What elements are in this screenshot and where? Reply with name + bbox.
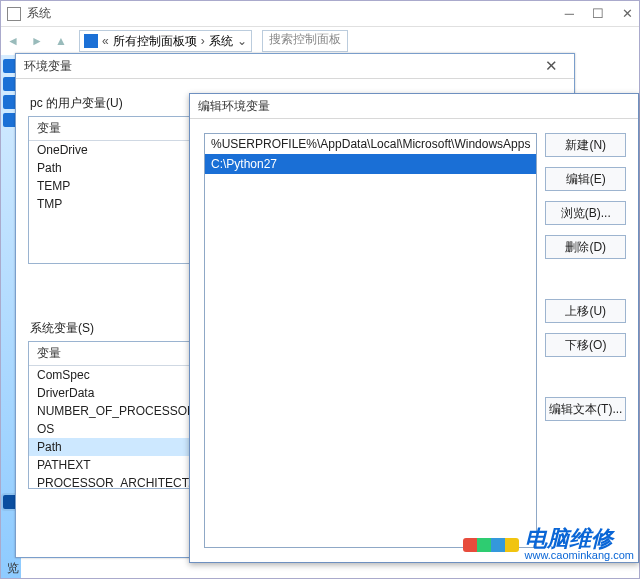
search-input[interactable]: 搜索控制面板	[262, 30, 348, 52]
breadcrumb[interactable]: « 所有控制面板项 › 系统 ⌄	[79, 30, 252, 52]
new-button[interactable]: 新建(N)	[545, 133, 626, 157]
crumb-item[interactable]: 系统	[209, 33, 233, 50]
edit-button[interactable]: 编辑(E)	[545, 167, 626, 191]
env-title: 环境变量	[24, 58, 72, 75]
move-up-button[interactable]: 上移(U)	[545, 299, 626, 323]
browse-button[interactable]: 浏览(B)...	[545, 201, 626, 225]
crumb-item[interactable]: 所有控制面板项	[113, 33, 197, 50]
status-bar: 览	[1, 558, 25, 578]
forward-arrow-icon[interactable]: ►	[31, 34, 45, 48]
list-item[interactable]: %USERPROFILE%\AppData\Local\Microsoft\Wi…	[205, 134, 536, 154]
close-icon[interactable]: ✕	[536, 57, 566, 75]
up-arrow-icon[interactable]: ▲	[55, 34, 69, 48]
system-title: 系统	[27, 5, 51, 22]
button-column: 新建(N) 编辑(E) 浏览(B)... 删除(D) 上移(U) 下移(O) 编…	[545, 119, 638, 562]
delete-button[interactable]: 删除(D)	[545, 235, 626, 259]
nav-bar: ◄ ► ▲ « 所有控制面板项 › 系统 ⌄ 搜索控制面板	[1, 27, 639, 55]
window-buttons: ─ ☐ ✕	[565, 6, 633, 21]
chevron-right-icon: «	[102, 34, 109, 48]
path-entries-list[interactable]: %USERPROFILE%\AppData\Local\Microsoft\Wi…	[204, 133, 537, 548]
maximize-button[interactable]: ☐	[592, 6, 604, 21]
move-down-button[interactable]: 下移(O)	[545, 333, 626, 357]
edit-text-button[interactable]: 编辑文本(T)...	[545, 397, 626, 421]
edit-titlebar: 编辑环境变量	[190, 94, 638, 119]
env-titlebar: 环境变量 ✕	[16, 54, 574, 79]
minimize-button[interactable]: ─	[565, 6, 574, 21]
back-arrow-icon[interactable]: ◄	[7, 34, 21, 48]
edit-env-dialog: 编辑环境变量 %USERPROFILE%\AppData\Local\Micro…	[189, 93, 639, 563]
close-button[interactable]: ✕	[622, 6, 633, 21]
chevron-down-icon[interactable]: ⌄	[237, 34, 247, 48]
chevron-right-icon: ›	[201, 34, 205, 48]
list-item-selected[interactable]: C:\Python27	[205, 154, 536, 174]
system-titlebar: 系统 ─ ☐ ✕	[1, 1, 639, 27]
control-panel-icon	[84, 34, 98, 48]
system-icon	[7, 7, 21, 21]
edit-title: 编辑环境变量	[198, 98, 270, 115]
